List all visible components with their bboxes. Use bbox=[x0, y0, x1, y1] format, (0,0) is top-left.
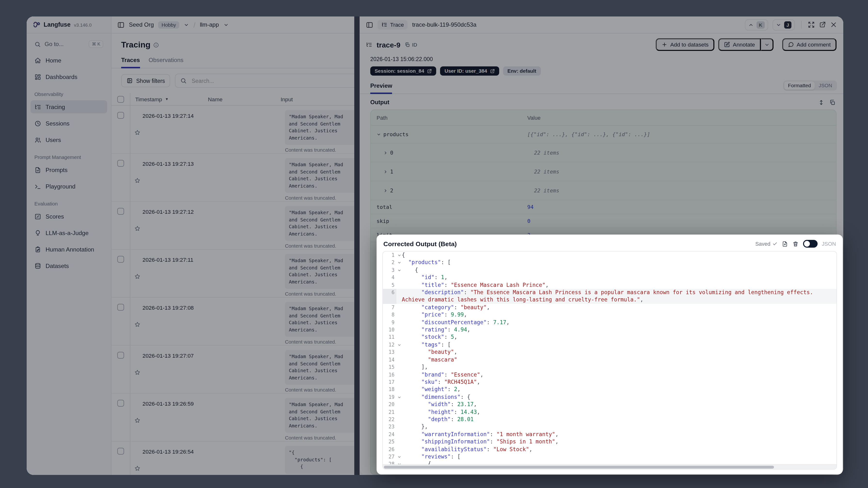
fold-toggle-icon bbox=[397, 446, 402, 453]
fold-toggle-icon bbox=[397, 326, 402, 334]
code-line-5[interactable]: 5 "title": "Essence Mascara Lash Prince"… bbox=[383, 281, 837, 289]
corrected-output-panel: Corrected Output (Beta) Saved JSON 1{2 "… bbox=[377, 235, 843, 475]
code-line-7[interactable]: 7 "category": "beauty", bbox=[383, 304, 837, 311]
code-line-2[interactable]: 2 "products": [ bbox=[383, 259, 837, 267]
json-editor[interactable]: 1{2 "products": [3 {4 "id": 1,5 "title":… bbox=[382, 251, 837, 469]
code-line-23[interactable]: 23 }, bbox=[383, 423, 837, 431]
line-number: 27 bbox=[383, 453, 397, 461]
fold-toggle-icon[interactable] bbox=[397, 341, 402, 349]
fold-toggle-icon bbox=[397, 318, 402, 326]
line-number: 17 bbox=[383, 378, 397, 386]
line-number: 26 bbox=[383, 446, 397, 453]
code-line-6[interactable]: 6 "description": "The Essence Mascara La… bbox=[383, 289, 837, 304]
code-line-27[interactable]: 27 "reviews": [ bbox=[383, 453, 837, 461]
code-line-28[interactable]: 28 { bbox=[383, 461, 837, 464]
code-line-26[interactable]: 26 "availabilityStatus": "Low Stock", bbox=[383, 446, 837, 453]
fold-toggle-icon bbox=[397, 378, 402, 386]
line-number: 7 bbox=[383, 304, 397, 311]
fold-toggle-icon bbox=[397, 386, 402, 394]
save-file-icon[interactable] bbox=[781, 241, 788, 247]
fold-toggle-icon bbox=[397, 423, 402, 431]
json-toggle-label: JSON bbox=[822, 241, 836, 247]
fold-toggle-icon bbox=[397, 274, 402, 281]
line-number: 20 bbox=[383, 401, 397, 408]
corrected-output-title: Corrected Output (Beta) bbox=[383, 240, 457, 247]
line-number: 25 bbox=[383, 438, 397, 446]
code-line-21[interactable]: 21 "height": 14.43, bbox=[383, 408, 837, 416]
line-number: 5 bbox=[383, 281, 397, 289]
code-line-1[interactable]: 1{ bbox=[383, 251, 837, 259]
line-number: 9 bbox=[383, 318, 397, 326]
line-number: 8 bbox=[383, 311, 397, 319]
line-number: 15 bbox=[383, 363, 397, 371]
fold-toggle-icon bbox=[397, 334, 402, 341]
screen: Langfuse v3.146.0 Go to... ⌘ K HomeDashb… bbox=[0, 0, 868, 488]
code-line-25[interactable]: 25 "shippingInformation": "Ships in 1 mo… bbox=[383, 438, 837, 446]
line-number: 19 bbox=[383, 393, 397, 401]
code-line-17[interactable]: 17 "sku": "RCH45Q1A", bbox=[383, 378, 837, 386]
line-number: 21 bbox=[383, 408, 397, 416]
line-number: 13 bbox=[383, 349, 397, 356]
fold-toggle-icon bbox=[397, 431, 402, 438]
code-line-22[interactable]: 22 "depth": 28.01 bbox=[383, 416, 837, 423]
fold-toggle-icon bbox=[397, 438, 402, 446]
fold-toggle-icon bbox=[397, 304, 402, 311]
fold-toggle-icon[interactable] bbox=[397, 267, 402, 274]
code-line-8[interactable]: 8 "price": 9.99, bbox=[383, 311, 837, 319]
json-toggle[interactable] bbox=[803, 240, 817, 248]
code-line-9[interactable]: 9 "discountPercentage": 7.17, bbox=[383, 318, 837, 326]
line-number: 24 bbox=[383, 431, 397, 438]
fold-toggle-icon[interactable] bbox=[397, 259, 402, 267]
code-line-3[interactable]: 3 { bbox=[383, 267, 837, 274]
code-line-14[interactable]: 14 "mascara" bbox=[383, 356, 837, 363]
fold-toggle-icon bbox=[397, 281, 402, 289]
line-number: 4 bbox=[383, 274, 397, 281]
code-line-11[interactable]: 11 "stock": 5, bbox=[383, 334, 837, 341]
fold-toggle-icon bbox=[397, 371, 402, 378]
line-number: 6 bbox=[383, 289, 397, 304]
code-line-18[interactable]: 18 "weight": 2, bbox=[383, 386, 837, 394]
code-line-19[interactable]: 19 "dimensions": { bbox=[383, 393, 837, 401]
line-number: 18 bbox=[383, 386, 397, 394]
fold-toggle-icon bbox=[397, 289, 402, 304]
line-number: 10 bbox=[383, 326, 397, 334]
saved-status: Saved bbox=[755, 241, 777, 247]
fold-toggle-icon[interactable] bbox=[397, 251, 402, 259]
corrected-output-header: Corrected Output (Beta) Saved JSON bbox=[377, 235, 843, 251]
line-number: 28 bbox=[383, 461, 397, 464]
fold-toggle-icon bbox=[397, 408, 402, 416]
fold-toggle-icon[interactable] bbox=[397, 393, 402, 401]
line-number: 11 bbox=[383, 334, 397, 341]
fold-toggle-icon bbox=[397, 363, 402, 371]
code-line-12[interactable]: 12 "tags": [ bbox=[383, 341, 837, 349]
code-line-20[interactable]: 20 "width": 23.17, bbox=[383, 401, 837, 408]
horizontal-scrollbar[interactable] bbox=[383, 464, 837, 469]
code-line-13[interactable]: 13 "beauty", bbox=[383, 349, 837, 356]
check-icon bbox=[772, 241, 777, 246]
fold-toggle-icon[interactable] bbox=[397, 461, 402, 464]
fold-toggle-icon bbox=[397, 311, 402, 319]
trash-icon[interactable] bbox=[792, 241, 799, 247]
fold-toggle-icon[interactable] bbox=[397, 453, 402, 461]
line-number: 2 bbox=[383, 259, 397, 267]
fold-toggle-icon bbox=[397, 401, 402, 408]
code-line-4[interactable]: 4 "id": 1, bbox=[383, 274, 837, 281]
fold-toggle-icon bbox=[397, 356, 402, 363]
code-line-15[interactable]: 15 ], bbox=[383, 363, 837, 371]
fold-toggle-icon bbox=[397, 416, 402, 423]
line-number: 12 bbox=[383, 341, 397, 349]
fold-toggle-icon bbox=[397, 349, 402, 356]
line-number: 14 bbox=[383, 356, 397, 363]
code-line-24[interactable]: 24 "warrantyInformation": "1 month warra… bbox=[383, 431, 837, 438]
code-line-16[interactable]: 16 "brand": "Essence", bbox=[383, 371, 837, 378]
line-number: 23 bbox=[383, 423, 397, 431]
code-line-10[interactable]: 10 "rating": 4.94, bbox=[383, 326, 837, 334]
line-number: 22 bbox=[383, 416, 397, 423]
line-number: 16 bbox=[383, 371, 397, 378]
line-number: 3 bbox=[383, 267, 397, 274]
line-number: 1 bbox=[383, 251, 397, 259]
